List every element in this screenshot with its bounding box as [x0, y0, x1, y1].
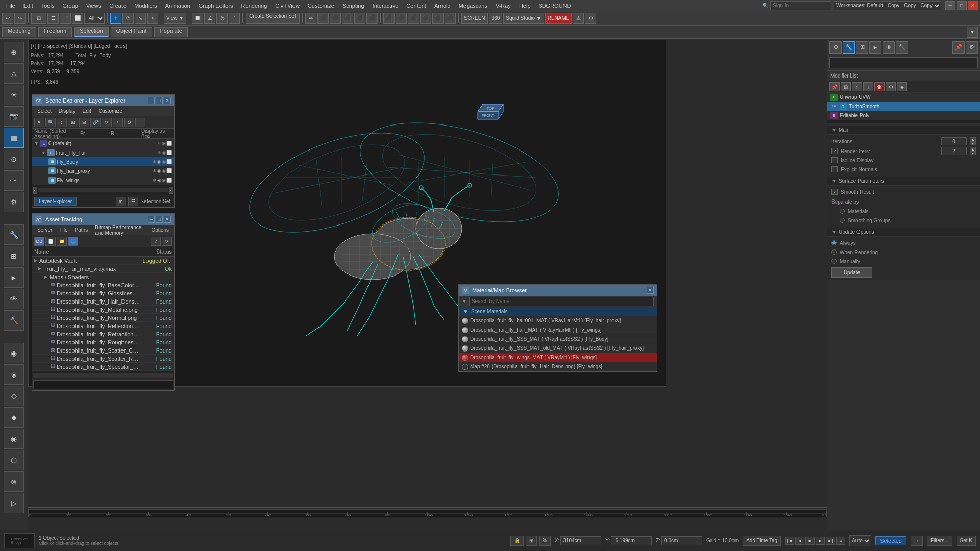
at-help-btn[interactable]: ?	[151, 237, 161, 246]
at-row-maps[interactable]: ▶ Maps / Shaders	[32, 273, 174, 281]
at-row-roughness[interactable]: 🖼 Drosophila_fruit_fly_Roughness.png Fou…	[32, 338, 174, 346]
mat-item-hair001[interactable]: Drosophila_fruit_fly_hair001_MAT ( VRayH…	[459, 316, 657, 325]
se-sync-btn[interactable]: ⟳	[102, 118, 112, 127]
at-hscroll-track[interactable]	[33, 373, 173, 378]
scene-explorer-float[interactable]: □	[156, 97, 163, 104]
se-menu-display[interactable]: Display	[56, 107, 79, 115]
menu-customize[interactable]: Customize	[304, 2, 338, 10]
ts-explicit-checkbox[interactable]	[831, 166, 838, 172]
snap-toggle[interactable]: 🔲	[192, 13, 203, 24]
at-search-input[interactable]	[33, 380, 173, 389]
mod-move-down-btn[interactable]: ↓	[863, 82, 873, 91]
window-crossing-button[interactable]: ⬜	[72, 13, 83, 24]
selection-filter[interactable]: All	[84, 13, 105, 24]
se-obj-hairproxy[interactable]: ▦ Fly_hair_proxy ❄ ◉ ◉ ⬜	[32, 166, 174, 176]
sign-in-field[interactable]	[770, 1, 831, 10]
menu-edit[interactable]: Edit	[19, 2, 37, 10]
select-object-button[interactable]: ⊡	[31, 13, 46, 24]
left-tool-hierarchy[interactable]: ⊞	[4, 246, 24, 266]
workspace-select[interactable]: Workspaces: Default - Copy - Copy - Copy	[834, 1, 941, 10]
layer-explorer-tab[interactable]: Layer Explorer	[34, 197, 77, 206]
schematic-view-button[interactable]: ⬛	[408, 13, 419, 24]
se-settings-btn[interactable]: ⚙	[124, 118, 134, 127]
ts-isoline-checkbox[interactable]	[831, 157, 838, 163]
tab-selection[interactable]: Selection	[74, 27, 108, 37]
mod-make-unique-btn[interactable]: ◈	[897, 82, 907, 91]
menu-megascans[interactable]: Megascans	[455, 2, 492, 10]
se-menu-edit[interactable]: Edit	[80, 107, 94, 115]
create-selection-set-button[interactable]: Create Selection Set	[246, 13, 300, 24]
align-normal-button[interactable]: ⬛	[342, 13, 353, 24]
angle-snap[interactable]: ∠	[204, 13, 215, 24]
ts-rendering-radio[interactable]	[831, 249, 837, 255]
at-refresh-btn[interactable]: ⟳	[162, 237, 172, 246]
ts-surface-section[interactable]: ▼ Surface Parameters	[827, 177, 980, 186]
render-scene-button[interactable]: ⬛	[432, 13, 444, 24]
motion-tab-btn[interactable]: ►	[869, 41, 881, 54]
align-camera-button[interactable]: ⬛	[366, 13, 378, 24]
at-row-maxfile[interactable]: ▶ Fruit_Fly_Fur_max_vray.max Ok	[32, 265, 174, 273]
left-tool-cameras[interactable]: 📷	[4, 106, 24, 127]
layer-manager-button[interactable]: ⬛	[383, 13, 395, 24]
mod-turbosmooth[interactable]: 👁 T TurboSmooth	[827, 102, 980, 111]
se-layer-default[interactable]: ▼ L 0 (default) ❄ ◉ ⬜	[32, 139, 174, 148]
se-obj-wings[interactable]: ▦ Fly_wings ❄ ◉ ◉ ⬜	[32, 176, 174, 185]
place-highlight-button[interactable]: ⬛	[354, 13, 365, 24]
timeline-slider[interactable]: 0 10 20 30 40 50 60 70 80 90 1	[28, 509, 827, 517]
se-menu-customize[interactable]: Customize	[95, 107, 126, 115]
menu-help[interactable]: Help	[515, 2, 535, 10]
left-tool-motion[interactable]: ►	[4, 267, 24, 288]
object-name-input[interactable]: Fly_Body	[829, 57, 978, 68]
scene-explorer-minimize[interactable]: ─	[148, 97, 155, 104]
left-tool-lights[interactable]: ☀	[4, 85, 24, 105]
percent-snap[interactable]: %	[216, 13, 228, 24]
tab-populate[interactable]: Populate	[154, 27, 187, 37]
timeline-track[interactable]: 0 10 20 30 40 50 60 70 80 90 1	[28, 507, 827, 518]
ts-materials-radio[interactable]	[840, 209, 845, 214]
ts-iter-up[interactable]: ▲	[970, 137, 976, 141]
select-by-name-button[interactable]: ☰	[47, 13, 59, 24]
menu-scripting[interactable]: Scripting	[338, 2, 369, 10]
mat-item-hair[interactable]: Drosophila_fruit_fly_hair_MAT ( VRayHair…	[459, 325, 657, 335]
mat-item-map26[interactable]: Map #26 (Drosophila_fruit_fly_Hair_Dens.…	[459, 362, 657, 371]
at-row-hairdens[interactable]: 🖼 Drosophila_fruit_fly_Hair_Dens.png Fou…	[32, 297, 174, 306]
menu-graph-editors[interactable]: Graph Editors	[194, 2, 237, 10]
left-tool-extra5[interactable]: ◉	[4, 429, 24, 449]
menu-tools[interactable]: Tools	[37, 2, 59, 10]
z-coord-input[interactable]	[662, 536, 702, 545]
tab-freeform[interactable]: Freeform	[38, 27, 72, 37]
at-row-scatterradius[interactable]: 🖼 Drosophila_fruit_fly_Scatter_Radius.pn…	[32, 355, 174, 363]
left-tool-play[interactable]: ▷	[4, 493, 24, 513]
se-extra-btn[interactable]: ⋯	[135, 118, 145, 127]
hierarchy-tab-btn[interactable]: ⊞	[856, 41, 868, 54]
mod-unwrap-uvw[interactable]: U Unwrap UVW	[827, 93, 980, 102]
at-menu-options[interactable]: Options	[149, 226, 172, 234]
tab-object-paint[interactable]: Object Paint	[111, 27, 153, 37]
ts-iterations-input[interactable]: 0	[941, 137, 967, 145]
menu-3dground[interactable]: 3DGROUND	[535, 2, 575, 10]
se-menu-select[interactable]: Select	[34, 107, 55, 115]
scene-explorer-close[interactable]: ✕	[164, 97, 171, 104]
at-row-basecolor[interactable]: 🖼 Drosophila_fruit_fly_BaseColor.png Fou…	[32, 281, 174, 289]
ts-render-up[interactable]: ▲	[970, 147, 976, 151]
ts-update-btn[interactable]: Update	[831, 267, 872, 278]
material-editor-button[interactable]: ⬛	[420, 13, 431, 24]
at-close[interactable]: ✕	[164, 216, 171, 223]
at-row-refraction[interactable]: 🖼 Drosophila_fruit_fly_Refraction.png Fo…	[32, 330, 174, 338]
at-file-btn[interactable]: 📄	[45, 237, 56, 246]
ts-smoothgroups-radio[interactable]	[840, 218, 845, 223]
create-tab-btn[interactable]: ⊕	[829, 41, 842, 54]
rename-button[interactable]: RENAME	[545, 13, 572, 24]
at-row-scattercolor[interactable]: 🖼 Drosophila_fruit_fly_Scatter_Color.png…	[32, 346, 174, 355]
mini-play-btn[interactable]: ►	[805, 537, 815, 545]
ts-smooth-checkbox[interactable]: ✓	[831, 189, 838, 195]
ts-iter-down[interactable]: ▼	[970, 141, 976, 145]
mod-pin-btn[interactable]: 📌	[829, 82, 840, 91]
tab-extras-dropdown[interactable]: ▼	[967, 27, 978, 38]
lock-selection-btn[interactable]: 🔒	[510, 536, 524, 546]
spinner-snap[interactable]: ⋮	[229, 13, 240, 24]
se-collapse-btn[interactable]: ⊟	[79, 118, 89, 127]
select-region-button[interactable]: ⬚	[60, 13, 71, 24]
menu-views[interactable]: Views	[82, 2, 105, 10]
mat-item-wings[interactable]: Drosophila_fruit_fly_wings_MAT ( VRayMtl…	[459, 353, 657, 362]
